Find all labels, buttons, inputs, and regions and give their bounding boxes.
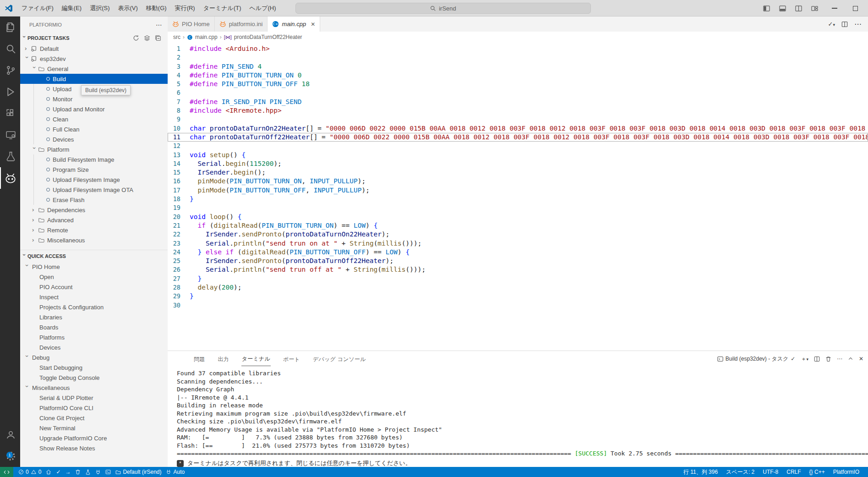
window-maximize-icon[interactable] xyxy=(853,6,858,11)
task-build[interactable]: Build xyxy=(20,74,168,84)
panel-more-icon[interactable]: ⋯ xyxy=(837,356,842,362)
menu-item[interactable]: 表示(V) xyxy=(114,2,142,14)
task-default[interactable]: ›Default xyxy=(20,44,168,54)
task-upload-and-monitor[interactable]: Upload and Monitor xyxy=(20,104,168,114)
problems-indicator[interactable]: 0 0 xyxy=(16,467,44,477)
status-item-platformio[interactable]: PlatformIO xyxy=(830,469,863,475)
test-icon[interactable] xyxy=(0,146,20,167)
more-actions-icon[interactable]: ⋯ xyxy=(854,20,862,28)
quick-new-terminal[interactable]: New Terminal xyxy=(20,423,168,433)
quick-upgrade-platformio-core[interactable]: Upgrade PlatformIO Core xyxy=(20,433,168,443)
remote-indicator-icon[interactable] xyxy=(0,467,13,477)
pio-port-switcher[interactable]: Auto xyxy=(164,467,187,477)
quick-pio-account[interactable]: PIO Account xyxy=(20,282,168,292)
split-terminal-icon[interactable] xyxy=(814,356,820,362)
status-item--11-396[interactable]: 行 11、列 396 xyxy=(680,468,721,476)
status-item--2[interactable]: スペース: 2 xyxy=(723,468,758,476)
tab-platformio-ini[interactable]: platformio.ini xyxy=(215,16,268,32)
menu-item[interactable]: 実行(R) xyxy=(171,2,199,14)
maximize-panel-icon[interactable] xyxy=(848,356,853,362)
quick-show-release-notes[interactable]: Show Release Notes xyxy=(20,443,168,453)
task-remote[interactable]: ›Remote xyxy=(20,225,168,235)
terminal-output[interactable]: Found 37 compatible librariesScanning de… xyxy=(168,367,868,467)
quick-pio-home[interactable]: ›PIO Home xyxy=(20,262,168,272)
kill-terminal-icon[interactable] xyxy=(825,356,831,362)
task-esp32dev[interactable]: ›esp32dev xyxy=(20,54,168,64)
platformio-icon[interactable] xyxy=(0,167,20,189)
quick-miscellaneous[interactable]: ›Miscellaneous xyxy=(20,383,168,393)
source-control-icon[interactable] xyxy=(0,60,20,81)
tab-pio-home[interactable]: PIO Home xyxy=(168,16,215,32)
extensions-icon[interactable] xyxy=(0,103,20,124)
task-general[interactable]: ›General xyxy=(20,64,168,74)
menu-item[interactable]: 選択(S) xyxy=(86,2,114,14)
quick-debug[interactable]: ›Debug xyxy=(20,352,168,362)
quick-platforms[interactable]: Platforms xyxy=(20,332,168,342)
task-upload-filesystem-image-ota[interactable]: Upload Filesystem Image OTA xyxy=(20,185,168,195)
task-program-size[interactable]: Program Size xyxy=(20,164,168,175)
pio-home-icon[interactable] xyxy=(44,467,54,477)
breadcrumb-symbol[interactable]: prontoDataTurnOff22Heater xyxy=(234,34,302,40)
remote-explorer-icon[interactable] xyxy=(0,124,20,146)
pio-build-icon[interactable]: ✓ xyxy=(54,467,63,477)
explorer-icon[interactable] xyxy=(0,16,20,38)
menu-item[interactable]: 移動(G) xyxy=(142,2,171,14)
refresh-icon[interactable] xyxy=(133,35,139,41)
panel-tab-出力[interactable]: 出力 xyxy=(217,352,229,366)
task-erase-flash[interactable]: Erase Flash xyxy=(20,195,168,205)
task-monitor[interactable]: Monitor xyxy=(20,94,168,104)
toggle-panel-icon[interactable] xyxy=(779,5,786,12)
task-miscellaneous[interactable]: ›Miscellaneous xyxy=(20,235,168,245)
quick-inspect[interactable]: Inspect xyxy=(20,292,168,302)
terminal-instance-label[interactable]: Build (esp32dev) - タスク ✓ xyxy=(717,355,796,363)
window-minimize-icon[interactable] xyxy=(832,8,837,9)
pio-env-switcher[interactable]: Default (irSend) xyxy=(113,467,164,477)
project-tasks-header[interactable]: › PROJECT TASKS xyxy=(20,33,168,44)
task-build-filesystem-image[interactable]: Build Filesystem Image xyxy=(20,154,168,164)
pio-test-icon[interactable] xyxy=(83,467,93,477)
quick-serial-udp-plotter[interactable]: Serial & UDP Plotter xyxy=(20,393,168,403)
quick-clone-git-project[interactable]: Clone Git Project xyxy=(20,413,168,423)
quick-open[interactable]: Open xyxy=(20,272,168,282)
pio-clean-icon[interactable] xyxy=(73,467,83,477)
panel-tab-ターミナル[interactable]: ターミナル xyxy=(241,351,271,366)
collapse-all-icon[interactable] xyxy=(155,35,161,41)
sidebar-more-actions-icon[interactable]: ⋯ xyxy=(156,21,162,28)
menu-item[interactable]: ファイル(F) xyxy=(17,2,58,14)
task-full-clean[interactable]: Full Clean xyxy=(20,124,168,134)
quick-libraries[interactable]: Libraries xyxy=(20,312,168,322)
pio-terminal-icon[interactable] xyxy=(103,467,113,477)
customize-layout-icon[interactable] xyxy=(811,5,818,12)
search-icon[interactable] xyxy=(0,38,20,60)
quick-platformio-core-cli[interactable]: PlatformIO Core CLI xyxy=(20,403,168,413)
breadcrumb[interactable]: src › C main.cpp › [⋈] prontoDataTurnOff… xyxy=(168,32,868,43)
menu-item[interactable]: 編集(E) xyxy=(58,2,86,14)
menu-item[interactable]: ヘルプ(H) xyxy=(246,2,280,14)
tab-main-cpp[interactable]: C+main.cpp✕ xyxy=(267,16,320,32)
pio-upload-icon[interactable]: → xyxy=(63,467,73,477)
status-item-crlf[interactable]: CRLF xyxy=(783,469,804,475)
breadcrumb-file[interactable]: main.cpp xyxy=(195,34,218,40)
pio-serial-monitor-icon[interactable] xyxy=(93,467,103,477)
task-platform[interactable]: ›Platform xyxy=(20,144,168,154)
quick-toggle-debug-console[interactable]: Toggle Debug Console xyxy=(20,373,168,383)
task-clean[interactable]: Clean xyxy=(20,114,168,124)
status-item-utf-8[interactable]: UTF-8 xyxy=(759,469,781,475)
quick-start-debugging[interactable]: Start Debugging xyxy=(20,362,168,373)
panel-tab-問題[interactable]: 問題 xyxy=(193,352,205,366)
panel-tab-デバッグ コンソール[interactable]: デバッグ コンソール xyxy=(312,352,366,366)
status-item--c-[interactable]: {} C++ xyxy=(806,469,828,475)
quick-boards[interactable]: Boards xyxy=(20,322,168,332)
task-upload-filesystem-image[interactable]: Upload Filesystem Image xyxy=(20,175,168,185)
account-icon[interactable] xyxy=(0,424,20,445)
new-terminal-icon[interactable]: ＋▾ xyxy=(801,355,808,363)
quick-access-header[interactable]: › QUICK ACCESS xyxy=(20,250,168,262)
run-debug-icon[interactable] xyxy=(0,81,20,103)
quick-projects-configuration[interactable]: Projects & Configuration xyxy=(20,302,168,312)
split-editor-layout-icon[interactable] xyxy=(795,5,802,12)
menu-item[interactable]: ターミナル(T) xyxy=(199,2,246,14)
close-panel-icon[interactable]: ✕ xyxy=(859,356,863,362)
panel-tab-ポート[interactable]: ポート xyxy=(283,352,300,366)
split-editor-icon[interactable] xyxy=(841,21,848,27)
task-devices[interactable]: Devices xyxy=(20,134,168,144)
